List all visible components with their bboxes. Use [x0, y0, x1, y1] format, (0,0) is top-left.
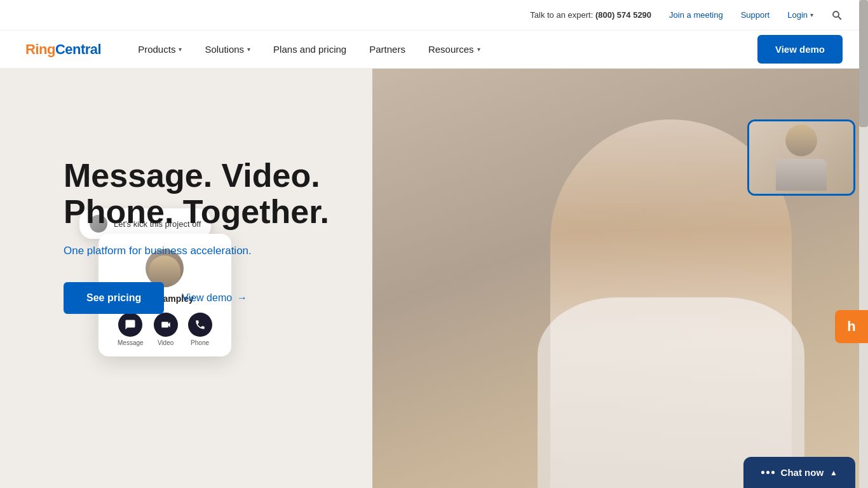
contact-phone-button[interactable]: Phone: [188, 313, 212, 346]
view-demo-button[interactable]: View demo: [757, 35, 843, 64]
phone-label: Phone: [191, 339, 209, 346]
view-demo-link[interactable]: View demo →: [182, 292, 247, 304]
hero-subtext: One platform for business acceleration.: [64, 243, 329, 259]
chat-now-button[interactable]: Chat now ▲: [743, 457, 855, 488]
chat-now-label: Chat now: [781, 467, 824, 478]
message-icon: [118, 313, 142, 337]
hero-buttons: See pricing View demo →: [64, 282, 329, 314]
video-call-overlay: [747, 119, 855, 196]
login-button[interactable]: Login ▾: [787, 10, 813, 20]
scrollbar-thumb[interactable]: [859, 0, 868, 127]
hero-heading: Message. Video. Phone. Together.: [64, 158, 329, 230]
nav-resources[interactable]: Resources ▾: [417, 30, 492, 69]
message-label: Message: [118, 339, 144, 346]
login-chevron-icon: ▾: [810, 11, 813, 18]
contact-actions: Message Video Phone: [118, 313, 212, 346]
svg-line-1: [838, 17, 841, 20]
video-overlay-inner: [749, 121, 853, 194]
hero-image-area: [372, 69, 868, 488]
search-icon[interactable]: [831, 10, 843, 21]
phone-icon: [188, 313, 212, 337]
chat-dots-icon: [761, 471, 775, 474]
products-chevron-icon: ▾: [179, 46, 182, 53]
hero-text-area: Message. Video. Phone. Together. One pla…: [64, 158, 329, 314]
helpdesk-icon: h: [847, 318, 855, 335]
helpdesk-widget[interactable]: h: [835, 310, 868, 343]
contact-message-button[interactable]: Message: [118, 313, 144, 346]
phone-number[interactable]: (800) 574 5290: [595, 10, 651, 20]
nav-plans-pricing[interactable]: Plans and pricing: [262, 30, 358, 69]
join-meeting-link[interactable]: Join a meeting: [669, 10, 723, 20]
nav-partners[interactable]: Partners: [358, 30, 417, 69]
nav-items: Products ▾ Solutions ▾ Plans and pricing…: [126, 30, 757, 69]
contact-video-button[interactable]: Video: [154, 313, 178, 346]
video-label: Video: [158, 339, 173, 346]
nav-products[interactable]: Products ▾: [126, 30, 193, 69]
chat-chevron-icon: ▲: [830, 468, 837, 477]
video-icon: [154, 313, 178, 337]
hero-section: Let's kick this project off Irvin Sample…: [0, 69, 868, 488]
nav-solutions[interactable]: Solutions ▾: [193, 30, 262, 69]
solutions-chevron-icon: ▾: [247, 46, 250, 53]
talk-to-expert-text: Talk to an expert: (800) 574 5290: [530, 10, 651, 20]
see-pricing-button[interactable]: See pricing: [64, 282, 164, 314]
logo[interactable]: RingCentral: [25, 41, 101, 58]
svg-point-0: [833, 11, 839, 17]
nav-bar: RingCentral Products ▾ Solutions ▾ Plans…: [0, 30, 868, 69]
scrollbar[interactable]: [859, 0, 868, 488]
support-link[interactable]: Support: [741, 10, 770, 20]
top-bar: Talk to an expert: (800) 574 5290 Join a…: [0, 0, 868, 30]
resources-chevron-icon: ▾: [477, 46, 480, 53]
arrow-right-icon: →: [237, 292, 247, 304]
